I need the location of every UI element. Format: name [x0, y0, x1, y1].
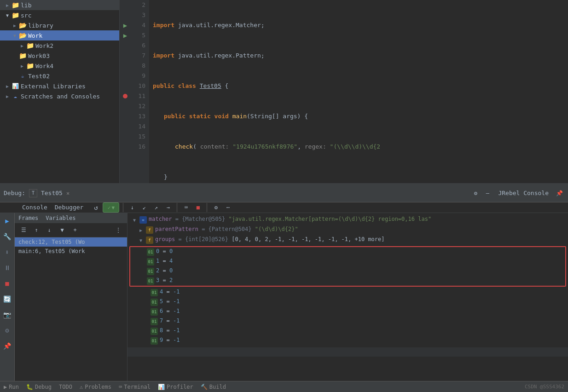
todo-status-item[interactable]: TODO — [59, 384, 72, 390]
groups-item-6[interactable]: 01 6 = -1 — [128, 307, 568, 317]
close-tab-icon[interactable]: ✕ — [66, 190, 70, 196]
expand-arrow-work4: ▶ — [18, 62, 26, 69]
terminal-icon: ⌨ — [119, 384, 122, 390]
var-expand-parentpattern: ▶ — [138, 226, 144, 234]
sidebar-label-external-libraries: External Libraries — [21, 83, 86, 90]
scratches-icon: ☁ — [11, 92, 19, 100]
stop-side-icon[interactable]: ■ — [1, 277, 13, 289]
badge-text-1: 01 — [148, 259, 153, 264]
step-out-icon[interactable]: ↗ — [151, 202, 161, 213]
expand-arrow-ext-libs: ▶ — [4, 82, 11, 90]
frames-down-icon[interactable]: ↓ — [44, 225, 54, 235]
camera-icon[interactable]: 📷 — [1, 309, 13, 321]
frames-filter-icon[interactable]: ☰ — [18, 225, 29, 235]
resume-button[interactable]: ✓ ▼ — [103, 202, 119, 213]
todo-label: TODO — [59, 384, 72, 390]
var-matcher[interactable]: ▼ = matcher = {Matcher@505} "java.util.r… — [128, 215, 568, 225]
groups-item-5[interactable]: 01 5 = -1 — [128, 297, 568, 307]
code-editor: ▶ ▶ 2 3 4 — [120, 0, 568, 183]
more-icon[interactable]: ⋯ — [223, 202, 233, 213]
frame-item-1[interactable]: main:6, Test05 (Work — [15, 247, 127, 256]
pause-side-icon[interactable]: ⏸ — [1, 262, 13, 274]
pin-side-icon[interactable]: 📌 — [1, 340, 13, 352]
left-action-icons — [0, 206, 15, 209]
step-over-side-icon[interactable]: ⬇ — [1, 246, 13, 258]
run-to-cursor-icon[interactable]: → — [163, 202, 173, 213]
code-content[interactable]: import java.util.regex.Matcher; import j… — [149, 0, 568, 183]
wrench-icon[interactable]: 🔧 — [1, 231, 13, 242]
frames-up-icon[interactable]: ↑ — [31, 225, 41, 235]
sidebar-item-lib[interactable]: ▶ 📁 lib — [0, 0, 119, 10]
sidebar-item-test02[interactable]: ☕ Test02 — [0, 71, 119, 81]
sidebar-item-library[interactable]: ▶ 📂 library — [0, 20, 119, 30]
debug-toolbar-icons: ⚙ — JRebel Console 📌 — [470, 188, 564, 198]
frames-toolbar: ☰ ↑ ↓ ▼ + ⋮ — [15, 223, 127, 237]
badge-text-3: 01 — [148, 279, 153, 283]
groups-item-9[interactable]: 01 9 = -1 — [128, 336, 568, 346]
frames-filter-btn[interactable]: ▼ — [57, 225, 67, 235]
sidebar-label-work4: Work4 — [35, 63, 53, 69]
sidebar-item-external-libraries[interactable]: ▶ 📊 External Libraries — [0, 81, 119, 91]
problems-status-item[interactable]: ⚠ Problems — [80, 384, 111, 390]
var-groups[interactable]: ▼ f groups = {int[20]@526} [0, 4, 0, 2, … — [128, 235, 568, 245]
problems-label: Problems — [85, 384, 111, 390]
run-status-item[interactable]: ▶ Run — [4, 384, 19, 390]
sidebar-item-work4[interactable]: ▶ 📁 Work4 — [0, 61, 119, 71]
tab-debugger[interactable]: Debugger — [51, 203, 87, 213]
sidebar-item-work03[interactable]: 📁 Work03 — [0, 51, 119, 61]
rerun-icon[interactable]: ↺ — [91, 202, 101, 213]
sidebar-item-scratches[interactable]: ▶ ☁ Scratches and Consoles — [0, 91, 119, 101]
java-file-icon-test02: ☕ — [18, 72, 27, 80]
gutter-cell-8 — [120, 61, 131, 71]
rerun-side-icon[interactable]: 🔄 — [1, 293, 13, 305]
groups-item-badge-8: 01 — [151, 328, 158, 335]
terminal-status-item[interactable]: ⌨ Terminal — [119, 384, 151, 390]
build-status-item[interactable]: 🔨 Build — [201, 384, 226, 390]
status-bar: ▶ Run 🐛 Debug TODO ⚠ Problems ⌨ Terminal… — [0, 381, 568, 392]
expand-arrow-work2: ▶ — [18, 42, 26, 49]
resume-side-icon[interactable]: ▶ — [1, 215, 13, 227]
sidebar-item-src[interactable]: ▼ 📁 src — [0, 10, 119, 20]
evaluate-icon[interactable]: ⌨ — [181, 202, 191, 213]
minimize-icon[interactable]: — — [482, 188, 493, 198]
horizontal-scrollbar[interactable] — [128, 347, 568, 357]
frames-add-icon[interactable]: + — [70, 225, 80, 235]
frame-item-0[interactable]: check:12, Test05 (Wo — [15, 237, 127, 247]
sidebar-label-scratches: Scratches and Consoles — [21, 93, 100, 100]
groups-item-0[interactable]: 01 0 = 0 — [130, 247, 565, 257]
breakpoint-11 — [123, 94, 128, 98]
groups-item-badge-6: 01 — [151, 308, 158, 316]
debug-title-label: Debug: — [4, 190, 25, 196]
groups-item-4[interactable]: 01 4 = -1 — [128, 288, 568, 297]
frames-panel: Frames Variables ☰ ↑ ↓ ▼ + ⋮ check:12, T… — [15, 213, 128, 381]
groups-item-line-1: 1 = 4 — [156, 258, 563, 264]
folder-icon-src: 📁 — [11, 11, 19, 19]
pin-icon[interactable]: 📌 — [554, 188, 564, 198]
frames-scroll-icon[interactable]: ⋮ — [113, 225, 123, 235]
sidebar-item-work[interactable]: ▼ 📂 Work — [0, 30, 119, 40]
debug-status-icon: 🐛 — [26, 384, 33, 390]
var-expand-groups: ▼ — [138, 236, 144, 244]
debug-status-item[interactable]: 🐛 Debug — [26, 384, 52, 390]
var-line-parentpattern: parentPattern = {Pattern@504} "(\d\d)\d{… — [155, 226, 564, 232]
settings-icon[interactable]: ⚙ — [211, 202, 221, 213]
groups-item-line-0: 0 = 0 — [156, 248, 563, 254]
var-parentpattern[interactable]: ▶ f parentPattern = {Pattern@504} "(\d\d… — [128, 225, 568, 235]
groups-item-3[interactable]: 01 3 = 2 — [130, 276, 565, 286]
tab-console[interactable]: Console — [18, 203, 51, 213]
groups-item-1[interactable]: 01 1 = 4 — [130, 257, 565, 266]
debug-tabs-bar: Console Debugger ↺ ✓ ▼ ↓ ↙ ↗ → ⌨ ■ ⚙ ⋯ — [0, 202, 568, 213]
groups-item-8[interactable]: 01 8 = -1 — [128, 326, 568, 336]
stop-icon[interactable]: ■ — [193, 202, 203, 213]
profiler-status-item[interactable]: 📊 Profiler — [158, 384, 193, 390]
gear-settings-icon[interactable]: ⚙ — [470, 188, 481, 198]
groups-item-2[interactable]: 01 2 = 0 — [130, 266, 565, 276]
settings-side-icon[interactable]: ⚙ — [1, 324, 13, 336]
expand-arrow-lib: ▶ — [4, 1, 11, 9]
step-over-icon[interactable]: ↓ — [127, 202, 137, 213]
step-into-icon[interactable]: ↙ — [139, 202, 149, 213]
groups-item-7[interactable]: 01 7 = -1 — [128, 317, 568, 326]
sidebar-item-work2[interactable]: ▶ 📁 Work2 — [0, 40, 119, 51]
gutter-cell-2 — [120, 0, 131, 10]
run-indicator-5: ▶ — [123, 32, 127, 39]
